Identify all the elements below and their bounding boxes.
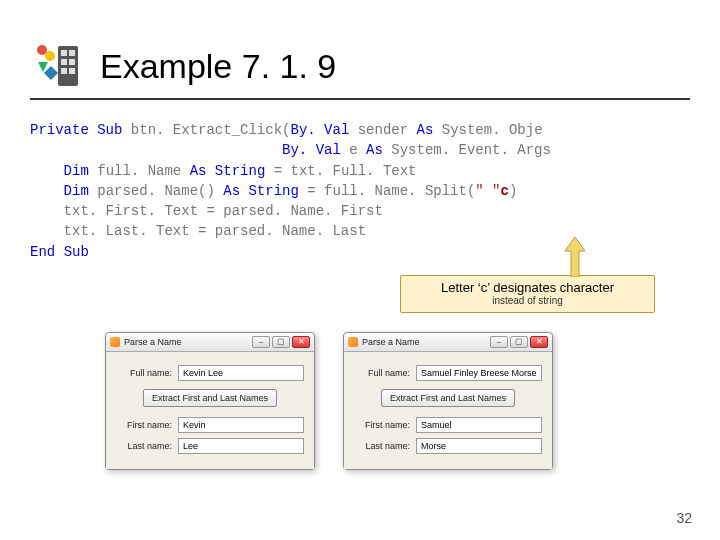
svg-rect-10 (44, 66, 58, 80)
kw-string: String (240, 183, 299, 199)
logo-icon (30, 40, 82, 92)
svg-point-8 (45, 51, 55, 61)
svg-rect-5 (61, 68, 67, 74)
kw-end: End (30, 244, 55, 260)
svg-rect-3 (61, 59, 67, 65)
lastname-label: Last name: (354, 441, 410, 451)
firstname-label: First name: (116, 420, 172, 430)
minimize-button[interactable]: – (490, 336, 508, 348)
svg-rect-1 (61, 50, 67, 56)
fullname-field[interactable]: Kevin Lee (178, 365, 304, 381)
fullname-field[interactable]: Samuel Finley Breese Morse (416, 365, 542, 381)
code-split-call: = full. Name. Split( (299, 183, 475, 199)
minimize-button[interactable]: – (252, 336, 270, 348)
kw-byval: By. Val (290, 122, 349, 138)
close-button[interactable]: ✕ (530, 336, 548, 348)
callout: Letter ‘c’ designates character instead … (400, 275, 655, 313)
code-close-paren: ) (509, 183, 517, 199)
lastname-field[interactable]: Morse (416, 438, 542, 454)
window-body: Full name: Kevin Lee Extract First and L… (106, 352, 314, 469)
kw-as: As (417, 122, 434, 138)
callout-main-text: Letter ‘c’ designates character (409, 280, 646, 295)
svg-rect-6 (69, 68, 75, 74)
extract-button[interactable]: Extract First and Last Names (143, 389, 277, 407)
app-icon (110, 337, 120, 347)
firstname-field[interactable]: Kevin (178, 417, 304, 433)
callout-sub-text: instead of string (409, 295, 646, 306)
close-button[interactable]: ✕ (292, 336, 310, 348)
slide-header: Example 7. 1. 9 (30, 40, 690, 100)
kw-string: String (206, 163, 265, 179)
arrow-up-icon (565, 237, 585, 277)
maximize-button[interactable]: ▢ (510, 336, 528, 348)
code-type-evtargs: System. Event. Args (383, 142, 551, 158)
code-block: Private Sub btn. Extract_Click(By. Val s… (30, 120, 690, 262)
code-line-first: txt. First. Text = parsed. Name. First (30, 203, 383, 219)
code-var-parsed: parsed. Name() (89, 183, 223, 199)
windows-row: Parse a Name – ▢ ✕ Full name: Kevin Lee … (105, 332, 553, 470)
svg-point-7 (37, 45, 47, 55)
kw-as: As (190, 163, 207, 179)
code-param-sender: sender (349, 122, 416, 138)
firstname-field[interactable]: Samuel (416, 417, 542, 433)
kw-as: As (366, 142, 383, 158)
kw-private: Private (30, 122, 89, 138)
callout-box: Letter ‘c’ designates character instead … (400, 275, 655, 313)
kw-dim: Dim (64, 163, 89, 179)
maximize-button[interactable]: ▢ (272, 336, 290, 348)
svg-marker-11 (565, 237, 585, 277)
kw-dim: Dim (64, 183, 89, 199)
code-assign-fullname: = txt. Full. Text (265, 163, 416, 179)
window-titlebar: Parse a Name – ▢ ✕ (106, 333, 314, 352)
slide-title: Example 7. 1. 9 (100, 47, 336, 86)
demo-window: Parse a Name – ▢ ✕ Full name: Kevin Lee … (105, 332, 315, 470)
window-body: Full name: Samuel Finley Breese Morse Ex… (344, 352, 552, 469)
page-number: 32 (676, 510, 692, 526)
svg-rect-2 (69, 50, 75, 56)
code-line-last: txt. Last. Text = parsed. Name. Last (30, 223, 366, 239)
code-param-e: e (341, 142, 366, 158)
kw-sub: Sub (64, 244, 89, 260)
code-type-sysobj: System. Obje (433, 122, 542, 138)
window-titlebar: Parse a Name – ▢ ✕ (344, 333, 552, 352)
kw-as: As (223, 183, 240, 199)
lastname-label: Last name: (116, 441, 172, 451)
code-char-suffix: c (501, 183, 509, 199)
extract-button[interactable]: Extract First and Last Names (381, 389, 515, 407)
code-var-fullname: full. Name (89, 163, 190, 179)
app-icon (348, 337, 358, 347)
slide: Example 7. 1. 9 Private Sub btn. Extract… (0, 0, 720, 540)
code-method-name: btn. Extract_Click( (131, 122, 291, 138)
svg-rect-4 (69, 59, 75, 65)
demo-window: Parse a Name – ▢ ✕ Full name: Samuel Fin… (343, 332, 553, 470)
lastname-field[interactable]: Lee (178, 438, 304, 454)
window-title: Parse a Name (124, 337, 182, 347)
firstname-label: First name: (354, 420, 410, 430)
kw-byval: By. Val (282, 142, 341, 158)
fullname-label: Full name: (116, 368, 172, 378)
fullname-label: Full name: (354, 368, 410, 378)
code-string-literal: " " (475, 183, 500, 199)
window-title: Parse a Name (362, 337, 420, 347)
kw-sub: Sub (97, 122, 122, 138)
